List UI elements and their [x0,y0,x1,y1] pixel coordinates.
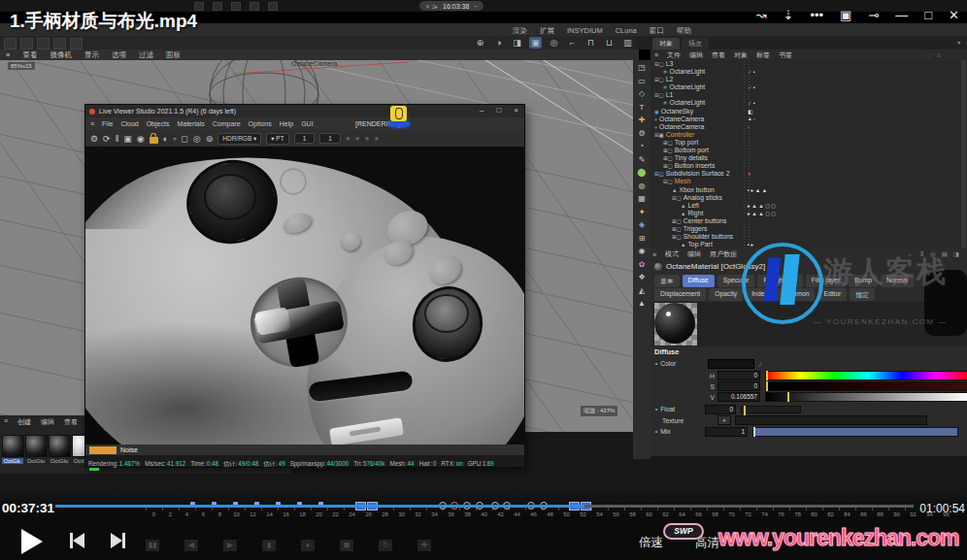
object-tags[interactable]: ▸▲▲◻◻ [748,210,777,217]
palette-icon[interactable]: ◭ [639,286,645,295]
top-icon[interactable] [213,2,222,11]
object-tags[interactable]: ✦▪ [748,115,757,123]
toolbar-icon[interactable]: ▣ [529,37,542,49]
slider-handle[interactable] [753,427,755,437]
material-manager-menu-item[interactable]: ≡ [4,417,8,427]
viewer-toolbar-icon[interactable]: ◎ [193,134,201,144]
object-tags[interactable]: ▪ [748,123,750,131]
object-manager-menu-item[interactable]: 查看 [712,50,725,60]
palette-icon[interactable]: ▲ [638,299,646,308]
material-item[interactable]: OctGk. [2,435,23,464]
viewport-menu-item[interactable]: 查看 [22,50,37,60]
object-tags[interactable]: ✓▪ [748,83,757,91]
object-tree-row[interactable]: ⊞▢Shoulder buttons [650,233,967,241]
palette-icon[interactable]: ◉ [639,247,646,255]
toolbar-icon[interactable]: ⊓ [584,37,597,49]
transport-icon[interactable]: ◼ [340,540,353,551]
transport-icon[interactable]: ● [301,540,315,551]
live-viewer-titlebar[interactable]: Live Viewer Studio 2021.1.5 (R4) (6 days… [85,105,524,117]
transport-icon[interactable]: ↻ [379,540,392,551]
material-tab[interactable]: Displacement [654,288,706,301]
eyedropper-icon[interactable]: ∕ [760,361,761,368]
viewport-menu-item[interactable]: 面板 [166,50,181,60]
window-control-icon[interactable]: – [480,106,484,115]
viewport-menu-item[interactable]: 摄像机 [50,50,72,60]
toolbar-icon[interactable] [53,38,66,49]
player-window-icon[interactable]: ↝ [756,8,767,22]
texture-field[interactable] [735,415,927,425]
panel-icon[interactable]: ⌂ [937,51,941,58]
v-value[interactable]: 0.106557 [717,392,760,402]
material-tab[interactable]: Diffuse [683,275,715,287]
object-tree-row[interactable]: ⊟▢L2 [650,76,967,83]
material-manager-menu-item[interactable]: 创建 [17,417,31,427]
viewer-toolbar-icon[interactable]: ▣ [123,134,132,144]
object-tree-row[interactable]: ▲Right ▸▲▲◻◻ [650,210,967,217]
transport-icon[interactable]: ◀ [184,540,198,551]
palette-icon[interactable]: T [640,103,645,112]
viewport-menu-item[interactable]: 选项 [112,50,126,60]
material-preview-sphere[interactable] [654,303,695,344]
timeline-frame-numbers[interactable]: 0246810121416182022242628303234363840424… [146,511,954,517]
slider-handle[interactable] [787,392,789,402]
palette-icon[interactable]: ◈ [639,220,645,229]
value-slider[interactable] [765,392,967,402]
transport-icon[interactable]: ▶ [223,540,237,551]
material-tab[interactable]: 基本 [654,275,680,287]
toolbar-icon[interactable]: ⌐ [566,37,579,49]
material-item[interactable]: OctGlo [25,435,47,464]
recorder-controls-icon[interactable]: ✕ 2▸ [425,3,438,10]
tab-takes[interactable]: 场次 [682,38,709,49]
viewer-toolbar-icon[interactable]: ▫ [173,134,176,144]
palette-icon[interactable]: ▦ [638,194,646,203]
player-window-icon[interactable]: ✕ [949,8,959,22]
object-tree-row[interactable]: ✳OctaneLight ✓▪ [650,68,967,76]
material-item[interactable]: OctGlo [49,435,70,464]
h-value[interactable]: 0 [717,371,760,380]
player-window-icon[interactable]: □ [924,8,932,22]
toolbar-icon[interactable]: ⊔ [603,37,616,49]
viewport-menu-item[interactable]: 过滤 [139,50,153,60]
object-tree-row[interactable]: ◉OctaneSky ◧ [650,108,967,115]
float-slider[interactable] [741,406,801,413]
c4d-menu-item[interactable]: CLuna [616,26,637,36]
spinner-2[interactable]: 1 [319,133,341,144]
next-button[interactable] [111,533,125,548]
material-thumbnail[interactable] [25,435,48,457]
recorder-timer[interactable]: ✕ 2▸ 16:03:38 ÷ [419,1,484,11]
object-manager-menu-item[interactable]: 文件 [667,50,681,60]
object-tags[interactable]: ◧ [748,108,754,115]
window-control-icon[interactable]: × [514,106,518,115]
live-viewer-menu-item[interactable]: ≡ [90,120,94,127]
viewer-toolbar-icon[interactable]: ◻ [181,134,187,144]
palette-icon[interactable]: ✚ [639,115,646,124]
render-pass-dropdown[interactable]: HDR/RGB ▾ [217,133,261,145]
material-manager-menu-item[interactable]: 编辑 [41,417,54,427]
toolbar-icon[interactable]: ◎ [548,37,560,49]
previous-button[interactable] [70,533,84,548]
material-thumbnail[interactable] [2,435,24,457]
material-thumbnail[interactable] [49,435,71,457]
texture-dropdown[interactable]: ▾ [717,415,731,425]
player-window-icon[interactable]: ⊸ [868,8,879,22]
mix-value[interactable]: 1 [705,427,748,437]
object-tree-row[interactable]: ✳OctaneLight ✓▪ [650,83,967,91]
toolbar-icon[interactable]: ⊕ [474,37,486,49]
object-tree-row[interactable]: ✳OctaneLight ✓▪ [650,99,967,107]
toolbar-icon[interactable]: ◨ [511,37,523,49]
object-tags[interactable]: ✓▪ [748,99,757,107]
palette-icon[interactable]: ❖ [638,273,645,281]
object-tree-row[interactable]: ⊟▢L1 [650,91,967,99]
palette-icon[interactable]: ◇ [639,89,645,98]
viewer-toolbar-icon[interactable]: ⊚ [206,134,214,144]
play-button[interactable] [21,529,43,554]
palette-icon[interactable]: ⚙ [638,129,645,138]
object-tree-row[interactable]: ⌖OctaneCamera ▪ [650,123,967,131]
player-window-icon[interactable]: ▣ [840,8,851,22]
viewport-menu-item[interactable]: ≡ [6,50,10,59]
object-manager-menu-item[interactable]: ≡ [654,51,658,58]
viewer-toolbar-icon[interactable]: ● [374,134,379,143]
viewer-toolbar-icon[interactable]: ● [346,134,350,143]
object-manager-menu-item[interactable]: 对象 [734,50,748,60]
viewer-toolbar-icon[interactable]: ◉ [137,134,145,144]
